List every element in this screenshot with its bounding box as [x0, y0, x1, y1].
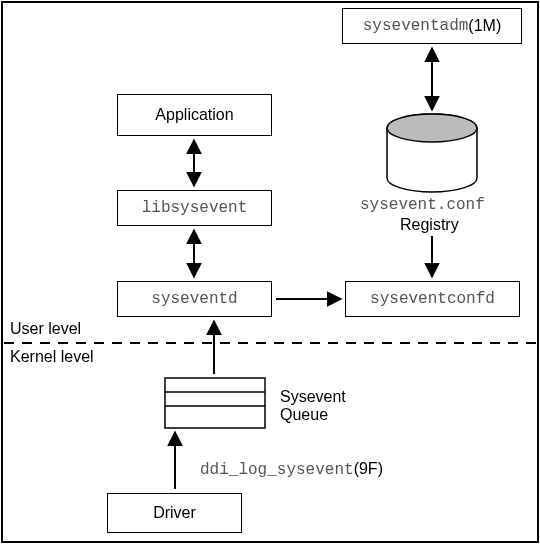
syseventconfd-label: syseventconfd — [370, 290, 495, 308]
driver-label: Driver — [153, 504, 196, 522]
syseventadm-man: (1M) — [468, 17, 501, 35]
user-level-label: User level — [10, 320, 81, 338]
syseventd-box: syseventd — [117, 281, 272, 317]
kernel-level-label: Kernel level — [10, 348, 94, 366]
application-label: Application — [155, 106, 233, 124]
svg-point-0 — [387, 114, 477, 142]
ddi-cmd: ddi_log_sysevent — [200, 461, 354, 479]
driver-box: Driver — [107, 493, 242, 533]
queue-l1: Sysevent — [280, 388, 346, 406]
libsysevent-box: libsysevent — [117, 190, 272, 226]
syseventd-label: syseventd — [151, 290, 237, 308]
ddi-label: ddi_log_sysevent(9F) — [200, 460, 383, 479]
syseventconfd-box: syseventconfd — [345, 281, 520, 317]
application-box: Application — [117, 94, 272, 136]
registry-caption: Registry — [400, 216, 459, 234]
syseventadm-cmd: syseventadm — [363, 17, 469, 35]
syseventadm-box: syseventadm (1M) — [342, 8, 522, 44]
libsysevent-label: libsysevent — [142, 199, 248, 217]
sysevent-queue — [165, 378, 265, 428]
registry-cylinder — [387, 114, 477, 192]
registry-file: sysevent.conf — [360, 196, 485, 214]
svg-rect-2 — [165, 378, 265, 428]
svg-point-1 — [387, 114, 477, 142]
ddi-man: (9F) — [354, 460, 383, 477]
queue-l2: Queue — [280, 406, 328, 424]
